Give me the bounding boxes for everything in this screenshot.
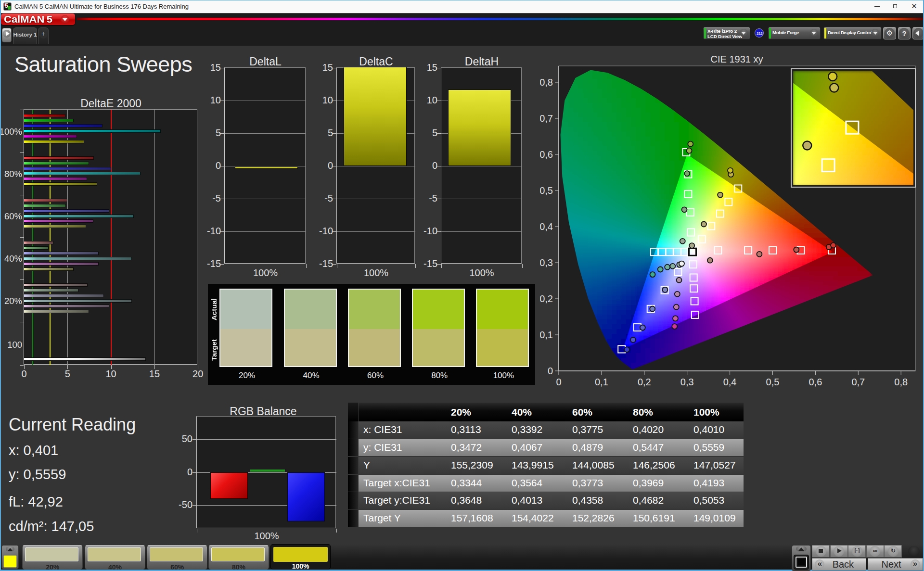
svg-text:0,6: 0,6	[540, 149, 553, 160]
svg-text:0,8: 0,8	[894, 377, 908, 387]
svg-text:0,2: 0,2	[540, 293, 553, 304]
svg-text:0: 0	[548, 366, 553, 376]
svg-text:0,5: 0,5	[766, 377, 780, 387]
svg-text:0,5: 0,5	[540, 185, 553, 196]
svg-text:0,2: 0,2	[638, 377, 651, 387]
svg-text:0,4: 0,4	[723, 377, 737, 387]
svg-text:0: 0	[556, 377, 561, 387]
svg-text:0,7: 0,7	[851, 377, 865, 387]
svg-text:0,1: 0,1	[540, 330, 553, 340]
svg-text:0,4: 0,4	[540, 221, 553, 232]
svg-text:0,7: 0,7	[540, 113, 553, 124]
svg-text:0,6: 0,6	[808, 377, 822, 387]
svg-text:0,8: 0,8	[540, 77, 553, 88]
svg-text:0,3: 0,3	[680, 377, 694, 387]
svg-text:0,3: 0,3	[540, 257, 553, 268]
svg-text:0,1: 0,1	[595, 377, 608, 387]
